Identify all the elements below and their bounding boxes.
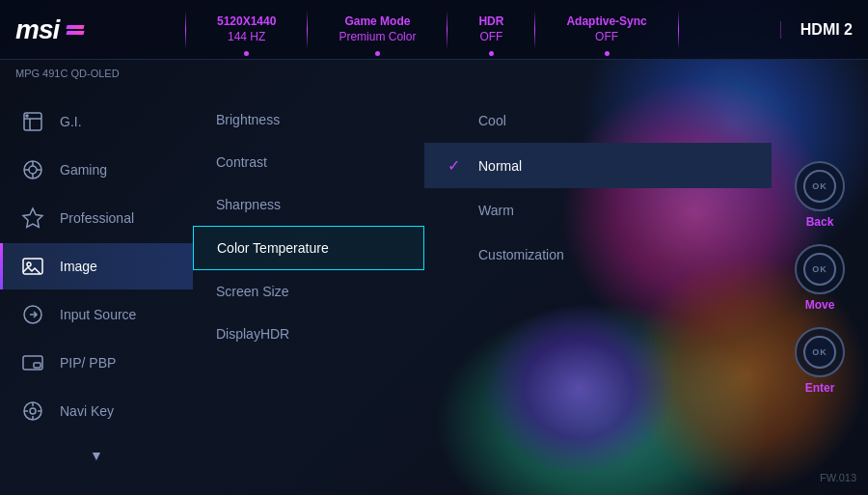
header-adaptive-sync: Adaptive-Sync OFF — [551, 14, 662, 44]
hdr-value: OFF — [479, 30, 502, 45]
normal-label: Normal — [478, 158, 522, 174]
input-source-icon — [19, 301, 46, 328]
back-circle-inner: OK — [803, 170, 836, 203]
sidebar-item-input-source[interactable]: Input Source — [0, 291, 193, 338]
logo-line-1 — [67, 25, 85, 29]
menu-item-color-temp[interactable]: Color Temperature — [193, 226, 424, 270]
displayhdr-label: DisplayHDR — [216, 326, 289, 342]
middle-menu: Brightness Contrast Sharpness Color Temp… — [193, 69, 424, 485]
move-circle: OK — [795, 244, 845, 294]
sidebar-label-professional: Professional — [60, 210, 134, 226]
resolution-value: 5120X1440 — [217, 14, 276, 30]
svg-rect-8 — [34, 363, 41, 368]
enter-circle: OK — [795, 327, 845, 377]
cool-checkmark — [448, 112, 467, 129]
content-area: G.I. Gaming Profession — [0, 60, 868, 495]
sidebar-label-gi: G.I. — [60, 114, 82, 129]
sidebar-item-professional[interactable]: Professional — [0, 195, 193, 241]
header-divider-5 — [678, 11, 679, 49]
header-dot-3 — [489, 51, 494, 56]
sidebar-item-image[interactable]: Image — [0, 243, 193, 289]
svg-point-10 — [30, 408, 36, 414]
sidebar-item-gi[interactable]: G.I. — [0, 98, 193, 145]
sidebar-label-pip-pbp: PIP/ PBP — [60, 355, 116, 371]
options-panel: Cool ✓ Normal Warm Customization — [424, 69, 772, 485]
back-ok-text: OK — [812, 181, 827, 191]
customization-checkmark — [448, 246, 467, 263]
header-divider-4 — [534, 11, 535, 49]
screen-size-label: Screen Size — [216, 284, 288, 299]
enter-button[interactable]: OK Enter — [795, 327, 845, 395]
header-divider-3 — [447, 11, 448, 49]
gi-icon — [19, 108, 46, 135]
menu-item-contrast[interactable]: Contrast — [193, 141, 424, 183]
svg-point-1 — [26, 115, 28, 117]
svg-point-5 — [27, 262, 31, 266]
move-ok-text: OK — [812, 264, 827, 274]
back-circle: OK — [795, 161, 845, 211]
right-controls: OK Back OK Move OK Ent — [772, 69, 868, 485]
menu-item-displayhdr[interactable]: DisplayHDR — [193, 313, 424, 355]
enter-circle-inner: OK — [803, 336, 836, 369]
sharpness-label: Sharpness — [216, 197, 281, 212]
logo-area: msi — [15, 14, 170, 45]
monitor-name: MPG 491C QD-OLED — [15, 68, 120, 79]
adaptive-sync-label: Adaptive-Sync — [566, 14, 646, 30]
option-customization[interactable]: Customization — [424, 233, 772, 277]
fw-version: FW.013 — [820, 472, 856, 483]
sidebar-item-navi-key[interactable]: Navi Key — [0, 388, 193, 434]
menu-item-screen-size[interactable]: Screen Size — [193, 270, 424, 313]
back-button[interactable]: OK Back — [795, 161, 845, 229]
sidebar-label-input-source: Input Source — [60, 307, 136, 322]
enter-label: Enter — [805, 381, 835, 395]
contrast-label: Contrast — [216, 154, 267, 170]
adaptive-sync-value: OFF — [595, 30, 618, 45]
gaming-icon — [19, 156, 46, 183]
arrow-down-icon: ▼ — [90, 448, 103, 463]
header-resolution: 5120X1440 144 HZ — [202, 14, 291, 44]
header-dot-1 — [244, 51, 249, 56]
sidebar-item-pip-pbp[interactable]: PIP/ PBP — [0, 340, 193, 386]
option-cool[interactable]: Cool — [424, 98, 772, 143]
enter-ok-text: OK — [812, 347, 827, 357]
hdr-label: HDR — [478, 14, 503, 30]
header-hdr: HDR OFF — [463, 14, 519, 44]
move-button[interactable]: OK Move — [795, 244, 845, 312]
header-divider-1 — [185, 11, 186, 49]
menu-item-brightness[interactable]: Brightness — [193, 98, 424, 141]
logo-lines — [67, 25, 84, 35]
sidebar-item-gaming[interactable]: Gaming — [0, 147, 193, 193]
sidebar: G.I. Gaming Profession — [0, 69, 193, 485]
svg-point-3 — [29, 166, 37, 174]
color-temp-label: Color Temperature — [217, 240, 329, 256]
hdmi-label: HDMI 2 — [780, 21, 853, 39]
game-mode-value: Premium Color — [339, 30, 416, 45]
navi-key-icon — [19, 398, 46, 425]
warm-checkmark — [448, 202, 467, 219]
sidebar-label-gaming: Gaming — [60, 162, 107, 178]
header: msi 5120X1440 144 HZ Game Mode Premium C… — [0, 0, 868, 60]
move-label: Move — [805, 298, 835, 312]
sidebar-more-arrow[interactable]: ▼ — [82, 440, 111, 471]
sidebar-label-image: Image — [60, 259, 97, 274]
warm-label: Warm — [478, 203, 514, 218]
move-circle-inner: OK — [803, 253, 836, 286]
option-normal[interactable]: ✓ Normal — [424, 143, 772, 188]
option-warm[interactable]: Warm — [424, 188, 772, 233]
back-label: Back — [806, 215, 834, 229]
customization-label: Customization — [478, 247, 564, 262]
cool-label: Cool — [478, 113, 506, 128]
logo-line-2 — [67, 31, 85, 35]
header-divider-2 — [307, 11, 308, 49]
msi-logo: msi — [15, 14, 59, 45]
image-icon — [19, 253, 46, 280]
brightness-label: Brightness — [216, 112, 280, 127]
menu-item-sharpness[interactable]: Sharpness — [193, 183, 424, 226]
hz-value: 144 HZ — [228, 30, 265, 45]
header-dot-2 — [375, 51, 380, 56]
main-container: msi 5120X1440 144 HZ Game Mode Premium C… — [0, 0, 868, 495]
normal-checkmark: ✓ — [448, 156, 467, 175]
header-dot-4 — [605, 51, 610, 56]
pip-icon — [19, 349, 46, 376]
header-game-mode: Game Mode Premium Color — [323, 14, 431, 44]
